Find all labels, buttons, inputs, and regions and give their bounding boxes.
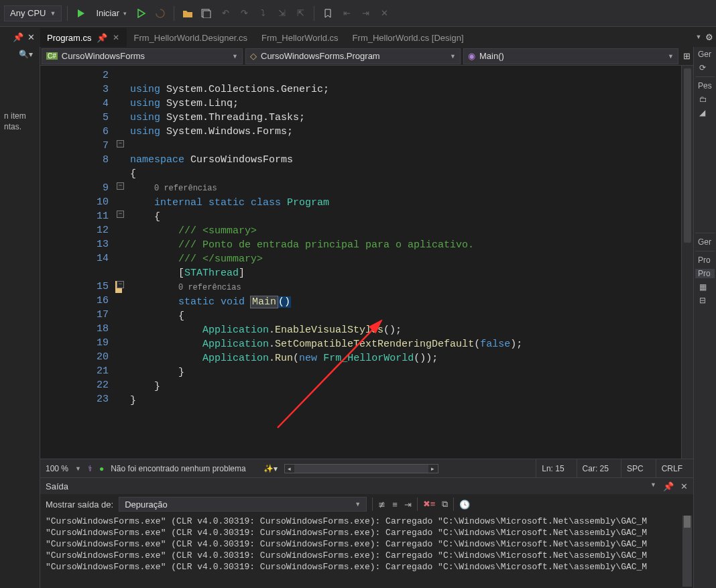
folder-icon[interactable]: 🗀 bbox=[695, 95, 707, 104]
code-editor[interactable]: 234567891011121314151617181920212223 − −… bbox=[40, 66, 693, 459]
indent-mode[interactable]: SPC bbox=[621, 459, 649, 477]
svg-marker-1 bbox=[138, 9, 145, 17]
start-button[interactable]: Iniciar ▾ bbox=[92, 5, 131, 21]
open-folder-icon[interactable] bbox=[180, 5, 196, 21]
hot-reload-icon[interactable] bbox=[152, 5, 168, 21]
bookmark-clear-icon[interactable]: ✕ bbox=[376, 5, 392, 21]
tab-close-icon[interactable]: ✕ bbox=[113, 33, 119, 42]
save-all-icon[interactable] bbox=[198, 5, 215, 21]
class-icon: ◇ bbox=[250, 51, 257, 61]
timestamp-icon[interactable]: 🕓 bbox=[459, 499, 470, 510]
toggle-wrap-icon[interactable]: ≡ bbox=[392, 499, 398, 510]
step-over-icon[interactable]: ⤵ bbox=[255, 5, 271, 21]
tab-cs[interactable]: Frm_HellorWorld.cs bbox=[255, 28, 346, 47]
line-number-gutter: 234567891011121314151617181920212223 bbox=[40, 66, 114, 459]
tree-icon[interactable]: ◢ bbox=[695, 108, 705, 117]
right-panel-label[interactable]: Ger bbox=[695, 50, 711, 59]
bookmark-prev-icon[interactable]: ⇤ bbox=[339, 5, 355, 21]
ok-check-icon: ● bbox=[99, 464, 104, 473]
log-line: "CursoWindowsForms.exe" (CLR v4.0.30319:… bbox=[46, 516, 647, 526]
wand-icon[interactable]: ✨▾ bbox=[263, 464, 278, 473]
chevron-down-icon[interactable]: ▼ bbox=[650, 481, 656, 491]
log-line: "CursoWindowsForms.exe" (CLR v4.0.30319:… bbox=[46, 539, 647, 549]
caret-col: Car: 25 bbox=[577, 459, 614, 477]
chevron-down-icon: ▾ bbox=[123, 10, 127, 17]
goto-icon[interactable]: ⇥ bbox=[404, 499, 412, 510]
line-endings[interactable]: CRLF bbox=[656, 459, 688, 477]
nav-class-text: CursoWindowsForms.Program bbox=[261, 51, 380, 61]
health-icon[interactable]: ⚕ bbox=[88, 464, 93, 473]
clear-all-icon[interactable]: ≢ bbox=[378, 499, 385, 510]
svg-marker-0 bbox=[78, 9, 84, 17]
tab-overflow-icon[interactable]: ▼ bbox=[696, 34, 702, 40]
start-play-icon[interactable] bbox=[73, 5, 89, 21]
nav-member-combo[interactable]: ◉Main() ▼ bbox=[463, 48, 678, 64]
undo-icon[interactable]: ↶ bbox=[217, 5, 233, 21]
output-title: Saída bbox=[46, 481, 68, 491]
tab-designer[interactable]: Frm_HellorWorld.Designer.cs bbox=[127, 28, 255, 47]
step-into-icon[interactable]: ⇲ bbox=[274, 5, 290, 21]
output-from-label: Mostrar saída de: bbox=[46, 499, 113, 510]
tab-program[interactable]: Program.cs 📌 ✕ bbox=[40, 28, 127, 47]
fold-toggle[interactable]: − bbox=[117, 281, 124, 288]
csharp-project-icon: C# bbox=[46, 52, 58, 60]
right-panel-label[interactable]: Pes bbox=[695, 81, 712, 91]
tab-designer-label: Frm_HellorWorld.Designer.cs bbox=[133, 33, 247, 43]
collapse-icon[interactable]: ⊟ bbox=[695, 296, 706, 305]
tab-pin-icon[interactable]: 📌 bbox=[97, 33, 107, 43]
right-panel-label[interactable]: Pro bbox=[695, 255, 711, 265]
horizontal-scrollbar[interactable]: ◂ ▸ bbox=[284, 464, 438, 473]
bookmark-next-icon[interactable]: ⇥ bbox=[357, 5, 373, 21]
nav-project-combo[interactable]: C#CursoWindowsForms ▼ bbox=[42, 48, 243, 64]
method-icon: ◉ bbox=[468, 51, 475, 61]
output-source-text: Depuração bbox=[125, 499, 168, 510]
start-no-debug-icon[interactable] bbox=[133, 5, 150, 21]
zoom-level[interactable]: 100 % bbox=[46, 464, 68, 473]
svg-line-5 bbox=[278, 320, 381, 428]
right-panel-label[interactable]: Pro bbox=[695, 269, 715, 278]
fold-toggle[interactable]: − bbox=[117, 140, 124, 148]
tab-design[interactable]: Frm_HellorWorld.cs [Design] bbox=[346, 28, 471, 47]
platform-combo[interactable]: Any CPU ▼ bbox=[4, 5, 62, 21]
output-scrollbar[interactable] bbox=[682, 516, 692, 587]
right-panel-label[interactable]: Ger bbox=[695, 237, 711, 247]
split-view-icon[interactable]: ⊞ bbox=[680, 51, 693, 61]
step-out-icon[interactable]: ⇱ bbox=[292, 5, 308, 21]
fold-toggle[interactable]: − bbox=[117, 182, 124, 190]
code-surface[interactable]: using System.Collections.Generic; using … bbox=[130, 66, 681, 459]
platform-combo-text: Any CPU bbox=[10, 8, 46, 18]
output-panel: Saída ▼ 📌 ✕ Mostrar saída de: Depuração … bbox=[40, 477, 693, 588]
close-icon[interactable]: ✕ bbox=[680, 481, 688, 491]
refresh-icon[interactable]: ⟳ bbox=[695, 63, 706, 72]
scroll-left-icon[interactable]: ◂ bbox=[285, 465, 294, 473]
gear-icon[interactable]: ⚙ bbox=[705, 32, 713, 42]
scroll-right-icon[interactable]: ▸ bbox=[428, 465, 438, 473]
tab-design-label: Frm_HellorWorld.cs [Design] bbox=[353, 33, 464, 43]
fold-toggle[interactable]: − bbox=[117, 211, 124, 218]
clear-output-icon[interactable]: ✖≡ bbox=[423, 499, 436, 510]
scrollbar-thumb[interactable] bbox=[684, 68, 691, 243]
chevron-down-icon[interactable]: ▼ bbox=[75, 465, 81, 472]
log-line: "CursoWindowsForms.exe" (CLR v4.0.30319:… bbox=[46, 528, 647, 538]
close-panel-icon[interactable]: ✕ bbox=[27, 32, 35, 42]
caret-line: Ln: 15 bbox=[536, 459, 569, 477]
output-log[interactable]: "CursoWindowsForms.exe" (CLR v4.0.30319:… bbox=[40, 514, 693, 588]
output-source-combo[interactable]: Depuração ▼ bbox=[119, 497, 367, 512]
right-sidebar: Ger ⟳ Pes 🗀 ◢ Ger Pro Pro ▦ ⊟ bbox=[693, 47, 716, 588]
log-line: "CursoWindowsForms.exe" (CLR v4.0.30319:… bbox=[46, 562, 647, 572]
nav-member-text: Main() bbox=[479, 51, 504, 61]
log-line: "CursoWindowsForms.exe" (CLR v4.0.30319:… bbox=[46, 550, 647, 561]
grid-icon[interactable]: ▦ bbox=[695, 282, 707, 292]
redo-icon[interactable]: ↷ bbox=[236, 5, 252, 21]
search-icon[interactable]: 🔍▾ bbox=[19, 50, 33, 59]
pin-icon[interactable]: 📌 bbox=[663, 481, 674, 491]
vertical-scrollbar[interactable] bbox=[681, 66, 693, 459]
editor-status-bar: 100 % ▼ ⚕ ● Não foi encontrado nenhum pr… bbox=[40, 459, 693, 477]
scrollbar-thumb[interactable] bbox=[684, 516, 691, 528]
keep-icon[interactable]: ⧉ bbox=[442, 499, 448, 510]
nav-class-combo[interactable]: ◇CursoWindowsForms.Program ▼ bbox=[245, 48, 461, 64]
bookmark-icon[interactable] bbox=[320, 5, 336, 21]
svg-rect-3 bbox=[203, 11, 211, 18]
pin-icon[interactable]: 📌 bbox=[13, 32, 23, 42]
toolbox-hint: n item ntas. bbox=[4, 111, 38, 132]
